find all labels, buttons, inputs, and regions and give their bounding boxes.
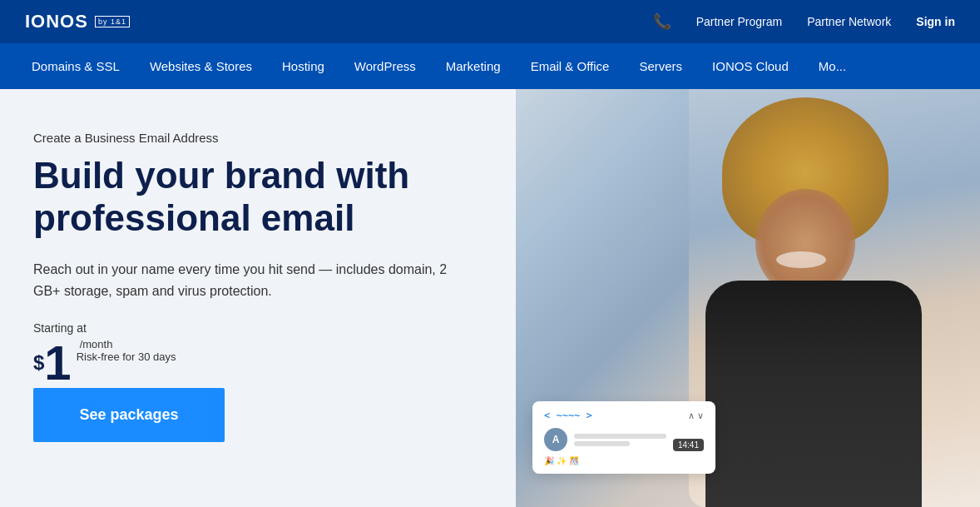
top-bar: IONOS by 1&1 📞 Partner Program Partner N… bbox=[0, 0, 980, 43]
email-line-1 bbox=[574, 434, 666, 439]
top-bar-right: 📞 Partner Program Partner Network Sign i… bbox=[653, 12, 955, 31]
main-nav: Domains & SSL Websites & Stores Hosting … bbox=[0, 43, 980, 89]
nav-websites[interactable]: Websites & Stores bbox=[135, 43, 267, 89]
email-arrows: ∧ ∨ bbox=[688, 410, 704, 421]
hero-description: Reach out in your name every time you hi… bbox=[33, 259, 466, 301]
hero-title: Build your brand with professional email bbox=[33, 155, 483, 239]
starting-at-label: Starting at bbox=[33, 321, 483, 335]
confetti-1: 🎉 bbox=[544, 456, 554, 465]
smile-highlight bbox=[776, 251, 826, 268]
price-section: $ 1 /month Risk-free for 30 days bbox=[33, 338, 483, 388]
hero-subtitle: Create a Business Email Address bbox=[33, 131, 483, 145]
hero-content: Create a Business Email Address Build yo… bbox=[0, 89, 516, 507]
hero-image: < ~~~~ > ∧ ∨ A 14:41 🎉 ✨ 🎊 bbox=[516, 89, 980, 507]
price-details: /month Risk-free for 30 days bbox=[77, 338, 176, 388]
nav-domains[interactable]: Domains & SSL bbox=[17, 43, 135, 89]
nav-hosting[interactable]: Hosting bbox=[267, 43, 339, 89]
price-dollar: $ bbox=[33, 351, 44, 375]
sign-in-link[interactable]: Sign in bbox=[916, 15, 955, 28]
logo-by: by 1&1 bbox=[95, 16, 130, 27]
email-avatar: A bbox=[544, 428, 567, 451]
avatar-letter: A bbox=[552, 434, 560, 445]
partner-program-link[interactable]: Partner Program bbox=[696, 15, 782, 28]
phone-icon: 📞 bbox=[653, 12, 671, 31]
email-time-badge: 14:41 bbox=[673, 439, 704, 451]
confetti-decoration: 🎉 ✨ 🎊 bbox=[544, 456, 704, 465]
email-ui-header: < ~~~~ > ∧ ∨ bbox=[544, 410, 704, 421]
confetti-3: 🎊 bbox=[569, 456, 579, 465]
logo-text: IONOS bbox=[25, 11, 88, 32]
hero-section: Create a Business Email Address Build yo… bbox=[0, 89, 980, 507]
email-lines bbox=[574, 434, 666, 446]
see-packages-button[interactable]: See packages bbox=[33, 388, 225, 442]
nav-marketing[interactable]: Marketing bbox=[431, 43, 516, 89]
price-amount: 1 bbox=[44, 339, 71, 387]
email-code-label: < ~~~~ > bbox=[544, 410, 592, 421]
nav-more[interactable]: Mo... bbox=[804, 43, 861, 89]
nav-servers[interactable]: Servers bbox=[624, 43, 697, 89]
logo[interactable]: IONOS by 1&1 bbox=[25, 11, 130, 32]
body-shape bbox=[705, 281, 922, 507]
price-period: /month bbox=[80, 338, 176, 350]
nav-cloud[interactable]: IONOS Cloud bbox=[697, 43, 804, 89]
partner-network-link[interactable]: Partner Network bbox=[807, 15, 891, 28]
email-line-2 bbox=[574, 441, 630, 446]
nav-wordpress[interactable]: WordPress bbox=[339, 43, 431, 89]
email-ui-row: A 14:41 bbox=[544, 428, 704, 451]
woman-figure bbox=[689, 89, 980, 507]
risk-free-label: Risk-free for 30 days bbox=[77, 350, 176, 363]
email-ui-overlay: < ~~~~ > ∧ ∨ A 14:41 🎉 ✨ 🎊 bbox=[532, 401, 715, 474]
confetti-2: ✨ bbox=[557, 456, 567, 465]
nav-email[interactable]: Email & Office bbox=[516, 43, 625, 89]
